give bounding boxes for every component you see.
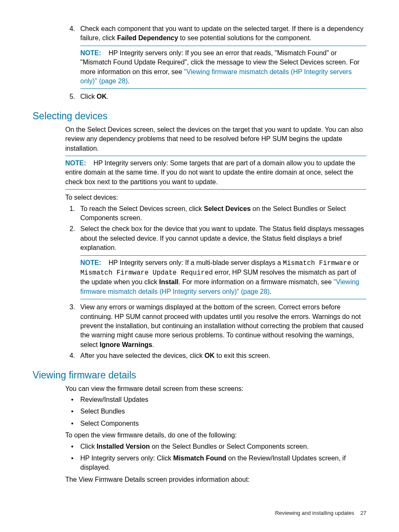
bullet-select-components: Select Components <box>77 419 366 428</box>
install-label: Install <box>159 278 179 285</box>
step-5-post: . <box>107 93 108 100</box>
sec1-li2-note-t2: or <box>351 259 359 266</box>
heading-selecting-devices: Selecting devices <box>33 109 366 123</box>
mono-mismatch-update-required: Mismatch Firmware Update Required <box>80 269 213 277</box>
footer-title: Reviewing and installing updates <box>275 510 354 516</box>
sec2-bullets-1: Review/Install Updates Select Bundles Se… <box>65 395 366 428</box>
sec1-li1-pre: To reach the Select Devices screen, clic… <box>80 205 204 212</box>
footer-page-number: 27 <box>361 510 366 516</box>
sec1-note: NOTE: HP Integrity servers only: Some ta… <box>65 156 366 190</box>
sec1-li3-post: . <box>152 341 154 348</box>
step-4-note-end: . <box>128 77 129 85</box>
sec2-p3: The View Firmware Details screen provide… <box>65 475 366 484</box>
sec1-li1: To reach the Select Devices screen, clic… <box>77 204 366 223</box>
ignore-warnings-label: Ignore Warnings <box>100 341 152 348</box>
bullet-installed-version: Click Installed Version on the Select Bu… <box>77 442 366 451</box>
ok-label-2: OK <box>205 352 215 359</box>
b2-li1-pre: Click <box>80 443 97 450</box>
sec1-p2: To select devices: <box>65 193 366 202</box>
sec2-p1: You can view the firmware detail screen … <box>65 384 366 393</box>
select-devices-label: Select Devices <box>204 205 251 212</box>
heading-viewing-firmware: Viewing firmware details <box>33 368 366 382</box>
sec1-li3: View any errors or warnings displayed at… <box>77 303 366 350</box>
step-5-pre: Click <box>80 93 97 100</box>
sec1-li2-note-t1: HP Integrity servers only: If a multi-bl… <box>109 259 283 266</box>
step-4: Check each component that you want to up… <box>77 24 366 89</box>
b2-li1-post: on the Select Bundles or Select Componen… <box>150 443 309 450</box>
mono-mismatch-firmware: Mismatch Firmware <box>283 260 351 267</box>
sec1-li4: After you have selected the devices, cli… <box>77 351 366 360</box>
bullet-review-install: Review/Install Updates <box>77 395 366 404</box>
document-page: Check each component that you want to up… <box>0 0 399 532</box>
mismatch-found-label: Mismatch Found <box>173 455 226 462</box>
sec1-li4-pre: After you have selected the devices, cli… <box>80 352 205 359</box>
steps-list-top: Check each component that you want to up… <box>65 24 366 102</box>
note-label: NOTE: <box>65 159 86 167</box>
step-4-post: to see potential solutions for the compo… <box>178 34 311 41</box>
sec1-p1: On the Select Devices screen, select the… <box>65 125 366 153</box>
sec1-note-text: HP Integrity servers only: Some targets … <box>65 159 355 185</box>
sec1-li2-note: NOTE: HP Integrity servers only: If a mu… <box>80 255 366 300</box>
sec1-li2-note-t4: . For more information on a firmware mis… <box>179 278 334 285</box>
note-label: NOTE: <box>80 259 101 266</box>
sec1-li2-text: Select the check box for the device that… <box>80 224 366 252</box>
bullet-select-bundles: Select Bundles <box>77 407 366 416</box>
page-footer: Reviewing and installing updates 27 <box>275 509 366 517</box>
ok-label: OK <box>97 93 107 100</box>
sec1-list: To reach the Select Devices screen, clic… <box>65 204 366 361</box>
sec1-li4-post: to exit this screen. <box>215 352 270 359</box>
step-5: Click OK. <box>77 92 366 101</box>
note-label: NOTE: <box>80 49 101 57</box>
failed-dependency-label: Failed Dependency <box>117 34 178 41</box>
bullet-mismatch-found: HP Integrity servers only: Click Mismatc… <box>77 454 366 473</box>
b2-li2-pre: HP Integrity servers only: Click <box>80 455 173 462</box>
sec1-li2: Select the check box for the device that… <box>77 224 366 299</box>
sec2-bullets-2: Click Installed Version on the Select Bu… <box>65 442 366 473</box>
step-4-text: Check each component that you want to up… <box>80 24 366 43</box>
sec2-p2: To open the view firmware details, do on… <box>65 431 366 440</box>
installed-version-label: Installed Version <box>97 443 150 450</box>
step-4-note: NOTE: HP Integrity servers only: If you … <box>80 46 366 89</box>
sec1-li2-note-t5: . <box>270 288 271 295</box>
